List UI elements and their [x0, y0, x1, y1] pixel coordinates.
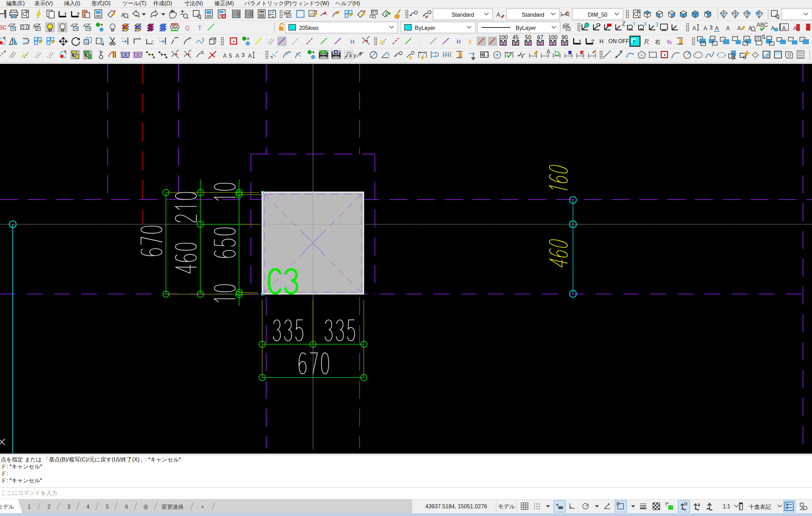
svg-text:45: 45: [512, 34, 519, 40]
svg-text:100: 100: [548, 34, 558, 40]
svg-text:A: A: [704, 25, 707, 31]
svg-text:A: A: [715, 25, 719, 31]
svg-text:ツール(T): ツール(T): [122, 0, 146, 6]
svg-text:Standard: Standard: [522, 12, 544, 18]
svg-text:修正(M): 修正(M): [214, 0, 234, 6]
svg-text:67: 67: [537, 34, 543, 40]
svg-text:変更連絡: 変更連絡: [162, 504, 184, 510]
svg-text:6: 6: [125, 504, 128, 510]
svg-text:3: 3: [241, 52, 245, 58]
svg-text:TXT: TXT: [133, 52, 143, 58]
svg-text:右: 右: [655, 39, 661, 45]
svg-text:A: A: [248, 53, 252, 59]
svg-text:編集(E): 編集(E): [6, 0, 25, 6]
svg-text:2: 2: [582, 49, 585, 55]
svg-text:A: A: [726, 25, 730, 31]
svg-text:2: 2: [48, 504, 51, 510]
svg-text:OFF: OFF: [618, 38, 629, 44]
svg-text:H: H: [350, 39, 354, 45]
svg-text:A: A: [692, 25, 696, 31]
svg-text:Standard: Standard: [452, 12, 474, 18]
svg-text:1: 1: [28, 504, 31, 510]
svg-text:3: 3: [67, 504, 71, 510]
svg-text:5: 5: [106, 504, 109, 510]
svg-text:全: 全: [143, 504, 149, 510]
svg-text:ABC: ABC: [757, 22, 768, 28]
svg-text:形式(O): 形式(O): [91, 0, 110, 6]
svg-text:205kiso: 205kiso: [299, 25, 318, 31]
svg-text:ByLayer: ByLayer: [516, 25, 536, 31]
svg-text:A: A: [547, 49, 550, 55]
svg-text:H: H: [599, 39, 604, 45]
svg-text:%: %: [667, 39, 672, 45]
svg-text:ヘルプ(H): ヘルプ(H): [335, 0, 360, 6]
svg-text:ここにコマンドを入力: ここにコマンドを入力: [1, 490, 57, 496]
svg-text:50: 50: [525, 34, 531, 40]
svg-text:DIM_50: DIM_50: [588, 12, 607, 18]
svg-text:Y: Y: [632, 21, 636, 27]
svg-text:挿入(I): 挿入(I): [64, 0, 80, 6]
svg-text:ド: *キャンセル*: ド: *キャンセル*: [1, 463, 42, 469]
svg-text:100: 100: [499, 34, 508, 40]
svg-text:TXT: TXT: [120, 52, 131, 58]
svg-text:3: 3: [655, 22, 658, 27]
svg-text:1:1: 1:1: [723, 503, 730, 509]
svg-text:ON: ON: [608, 38, 617, 44]
svg-text:表示(V): 表示(V): [34, 0, 53, 6]
svg-text:十進表記: 十進表記: [749, 504, 771, 510]
svg-text:SC: SC: [0, 25, 7, 31]
svg-text:Z: Z: [622, 21, 625, 27]
svg-text:ByLayer: ByLayer: [415, 25, 435, 31]
svg-text:5: 5: [229, 53, 232, 59]
svg-text:点を指定 または 「基点(B)/複写(C)/元に戻す(U)/: 点を指定 または 「基点(B)/複写(C)/元に戻す(U)/終了(X)」: *キ…: [1, 457, 181, 462]
svg-text:1: 1: [486, 51, 490, 57]
svg-text:尺: 尺: [644, 39, 649, 45]
svg-text:モデル: モデル: [0, 504, 14, 510]
svg-text:3: 3: [710, 25, 713, 31]
svg-text:ド:: ド:: [1, 470, 8, 476]
svg-text:ド: *キャンセル*: ド: *キャンセル*: [1, 477, 42, 483]
svg-text:x y: x y: [349, 53, 356, 58]
svg-text:0.0: 0.0: [21, 24, 29, 30]
svg-text:T: T: [198, 25, 202, 31]
svg-text:050: 050: [170, 24, 180, 30]
svg-text:S: S: [762, 34, 765, 40]
svg-text:90: 90: [561, 34, 568, 40]
svg-text:A: A: [236, 53, 239, 59]
svg-text:Q: Q: [185, 25, 189, 31]
svg-text:H: H: [457, 39, 461, 45]
svg-text:パラメトリック(P): パラメトリック(P): [244, 0, 292, 6]
svg-text:A: A: [497, 12, 500, 18]
svg-text:ウィンドウ(W): ウィンドウ(W): [292, 0, 329, 6]
svg-text:寸法(N): 寸法(N): [184, 0, 203, 6]
svg-text:モデル: モデル: [498, 503, 515, 509]
svg-text:3: 3: [468, 39, 471, 45]
svg-text:+: +: [201, 504, 204, 510]
svg-text:43937.5184, 15051.0276: 43937.5184, 15051.0276: [425, 503, 487, 509]
svg-text:4: 4: [87, 504, 90, 510]
svg-text:X: X: [643, 21, 647, 27]
svg-text:作成(D): 作成(D): [153, 0, 172, 6]
svg-text:1: 1: [570, 49, 573, 55]
svg-text:A: A: [737, 25, 741, 31]
svg-text:A: A: [223, 53, 227, 59]
